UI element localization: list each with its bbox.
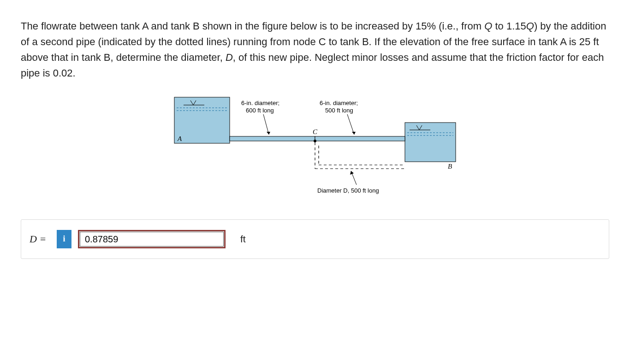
figure-svg: A B C 6-in. diameter; 600 ft long 6-in. … — [172, 90, 458, 201]
figure-pipe2-label-line2: 500 ft long — [325, 107, 353, 114]
problem-em-d: D — [226, 52, 233, 63]
figure-label-tank-a: A — [177, 135, 182, 142]
figure-newpipe-label: Diameter D, 500 ft long — [317, 187, 379, 194]
figure-pipe2-label-line1: 6-in. diameter; — [320, 100, 358, 106]
answer-row: D = i ft — [21, 219, 609, 259]
svg-rect-9 — [315, 136, 405, 141]
svg-rect-8 — [230, 136, 315, 141]
problem-statement: The flowrate between tank A and tank B s… — [21, 18, 609, 81]
svg-rect-4 — [405, 123, 456, 162]
figure-pipe1-label-line2: 600 ft long — [246, 107, 274, 114]
svg-rect-0 — [174, 97, 230, 143]
figure-pipe1-label-line1: 6-in. diameter; — [241, 100, 279, 106]
problem-em-q1: Q — [484, 20, 492, 32]
svg-line-11 — [263, 114, 269, 135]
figure-container: A B C 6-in. diameter; 600 ft long 6-in. … — [21, 90, 609, 201]
answer-variable-label: D = — [30, 231, 50, 247]
svg-point-10 — [314, 140, 316, 142]
figure-label-node-c: C — [313, 128, 318, 135]
answer-value-input[interactable] — [78, 230, 226, 248]
problem-em-q2: Q — [526, 20, 534, 32]
figure-label-tank-b: B — [448, 163, 452, 170]
svg-line-12 — [347, 114, 354, 135]
problem-text-1: The flowrate between tank A and tank B s… — [21, 20, 484, 32]
answer-unit: ft — [240, 232, 246, 247]
info-icon[interactable]: i — [57, 230, 71, 248]
problem-text-2: to 1.15 — [492, 20, 526, 32]
